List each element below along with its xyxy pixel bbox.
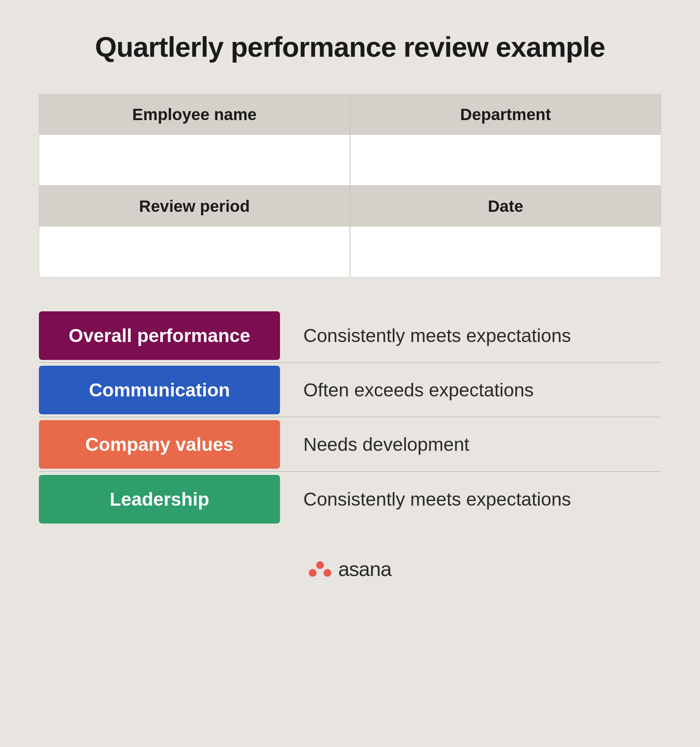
performance-section: Overall performance Consistently meets e…: [39, 309, 661, 526]
review-period-label: Review period: [39, 186, 350, 227]
asana-brand-name: asana: [338, 557, 392, 581]
form-grid: Employee name Department Review period D…: [39, 94, 661, 278]
page-container: Quartlerly performance review example Em…: [0, 0, 700, 747]
department-input[interactable]: [350, 135, 661, 185]
date-input[interactable]: [350, 227, 661, 277]
asana-dot-top: [316, 561, 324, 569]
performance-row-overall: Overall performance Consistently meets e…: [39, 309, 661, 363]
employee-name-input[interactable]: [39, 135, 350, 185]
performance-row-leadership: Leadership Consistently meets expectatio…: [39, 472, 661, 526]
department-label: Department: [350, 94, 661, 135]
leadership-badge: Leadership: [39, 475, 280, 524]
overall-performance-label: Overall performance: [69, 325, 250, 346]
communication-label: Communication: [89, 379, 230, 401]
asana-dot-left: [309, 569, 317, 577]
company-values-label: Company values: [85, 434, 233, 455]
date-label: Date: [350, 186, 661, 227]
performance-row-company-values: Company values Needs development: [39, 417, 661, 472]
communication-badge: Communication: [39, 366, 280, 414]
page-title: Quartlerly performance review example: [95, 31, 605, 63]
asana-dot-right: [324, 569, 331, 577]
asana-logo-icon: [309, 561, 331, 577]
review-period-input[interactable]: [39, 227, 350, 277]
form-cell-review-period: Review period: [39, 186, 350, 278]
leadership-label: Leadership: [110, 489, 209, 510]
overall-performance-badge: Overall performance: [39, 311, 280, 360]
asana-footer: asana: [309, 557, 392, 581]
overall-performance-value: Consistently meets expectations: [303, 325, 571, 346]
form-cell-date: Date: [350, 186, 661, 278]
employee-name-label: Employee name: [39, 94, 350, 135]
form-cell-employee-name: Employee name: [39, 94, 350, 186]
form-cell-department: Department: [350, 94, 661, 186]
company-values-badge: Company values: [39, 420, 280, 469]
leadership-value: Consistently meets expectations: [303, 489, 571, 510]
performance-row-communication: Communication Often exceeds expectations: [39, 363, 661, 417]
company-values-value: Needs development: [303, 434, 469, 455]
communication-value: Often exceeds expectations: [303, 379, 534, 401]
